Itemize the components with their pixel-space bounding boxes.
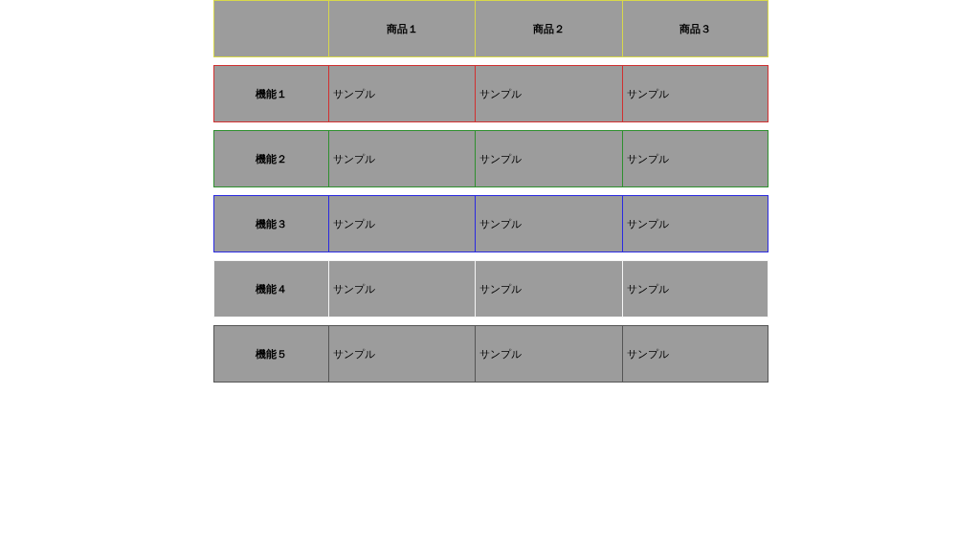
table-cell: サンプル: [328, 260, 475, 317]
table-cell: サンプル: [475, 260, 621, 317]
table-row: 機能５ サンプル サンプル サンプル: [213, 325, 768, 383]
header-blank: [213, 0, 328, 57]
table-cell: サンプル: [475, 65, 621, 122]
comparison-table-container: 商品１ 商品２ 商品３ 機能１ サンプル サンプル サンプル 機能２ サンプル …: [213, 0, 768, 383]
table-cell: サンプル: [475, 195, 621, 252]
table-cell: サンプル: [622, 130, 768, 187]
table-cell: サンプル: [475, 325, 621, 383]
table-cell: サンプル: [622, 325, 768, 383]
table-row: 機能３ サンプル サンプル サンプル: [213, 195, 768, 252]
comparison-table: 商品１ 商品２ 商品３ 機能１ サンプル サンプル サンプル 機能２ サンプル …: [213, 0, 768, 383]
header-col-2: 商品２: [475, 0, 621, 57]
table-cell: サンプル: [328, 325, 475, 383]
table-row: 機能４ サンプル サンプル サンプル: [213, 260, 768, 317]
table-cell: サンプル: [328, 195, 475, 252]
table-row: 機能１ サンプル サンプル サンプル: [213, 65, 768, 122]
table-cell: サンプル: [622, 65, 768, 122]
row-label: 機能２: [213, 130, 328, 187]
row-label: 機能１: [213, 65, 328, 122]
row-label: 機能４: [213, 260, 328, 317]
header-col-3: 商品３: [622, 0, 768, 57]
table-row: 機能２ サンプル サンプル サンプル: [213, 130, 768, 187]
table-cell: サンプル: [328, 130, 475, 187]
table-cell: サンプル: [622, 260, 768, 317]
table-header-row: 商品１ 商品２ 商品３: [213, 0, 768, 57]
table-cell: サンプル: [622, 195, 768, 252]
header-col-1: 商品１: [328, 0, 475, 57]
table-cell: サンプル: [328, 65, 475, 122]
table-cell: サンプル: [475, 130, 621, 187]
row-label: 機能３: [213, 195, 328, 252]
row-label: 機能５: [213, 325, 328, 383]
